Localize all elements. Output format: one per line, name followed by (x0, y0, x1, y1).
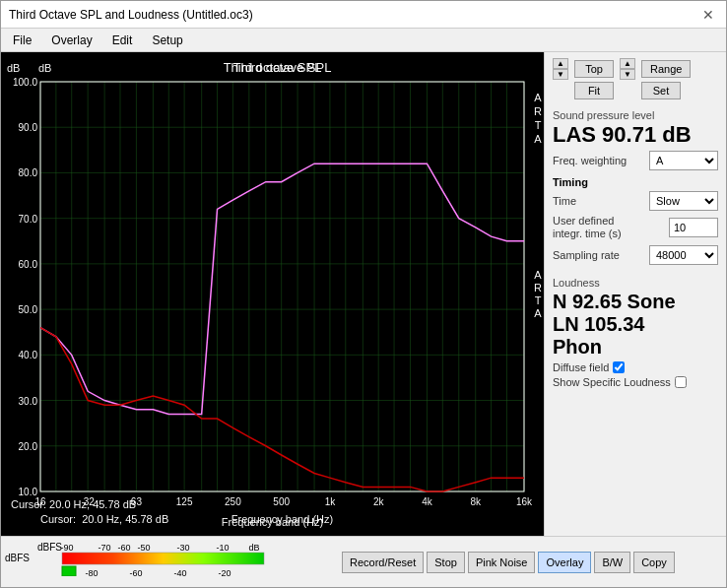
top-spin-down[interactable]: ▼ (553, 69, 568, 80)
stop-button[interactable]: Stop (427, 552, 465, 573)
timing-title: Timing (553, 176, 718, 188)
action-buttons: Record/Reset Stop Pink Noise Overlay B/W… (336, 537, 681, 587)
dbfs-label: dBFS (5, 553, 30, 563)
chart-cursor: Cursor: 20.0 Hz, 45.78 dB (11, 498, 136, 510)
record-reset-button[interactable]: Record/Reset (342, 552, 424, 573)
loudness-section: Loudness N 92.65 Sone LN 105.34 Phon Dif… (553, 273, 718, 388)
sampling-rate-label: Sampling rate (553, 249, 620, 261)
menu-setup[interactable]: Setup (144, 32, 190, 49)
title-bar: Third Octave SPL and Loudness (Untitled.… (1, 1, 726, 29)
menu-bar: File Overlay Edit Setup (1, 29, 726, 52)
meter-canvas (37, 539, 323, 576)
menu-edit[interactable]: Edit (104, 32, 141, 49)
timing-section: Timing Time Slow Fast Impulse User defin… (553, 176, 718, 268)
pink-noise-button[interactable]: Pink Noise (468, 552, 536, 573)
freq-label: Frequency band (Hz) (222, 516, 323, 528)
range-spin-down[interactable]: ▼ (620, 69, 635, 80)
dbfs-section: dBFS (1, 537, 336, 587)
freq-weighting-row: Freq. weighting A B C Z (553, 151, 718, 170)
show-specific-row: Show Specific Loudness (553, 376, 718, 388)
time-select[interactable]: Slow Fast Impulse (649, 191, 718, 211)
loudness-value-1: N 92.65 Sone (553, 291, 718, 313)
sampling-rate-select[interactable]: 48000 44100 96000 (649, 245, 718, 265)
show-specific-label: Show Specific Loudness (553, 376, 671, 388)
overlay-button[interactable]: Overlay (538, 552, 591, 573)
loudness-title: Loudness (553, 277, 718, 289)
diffuse-field-row: Diffuse field (553, 361, 718, 373)
copy-button[interactable]: Copy (633, 552, 675, 573)
spl-section-label: Sound pressure level (553, 109, 718, 121)
chart-area: dB Third octave SPL ARTA Cursor: 20.0 Hz… (1, 52, 544, 536)
loudness-value-3: Phon (553, 336, 718, 359)
close-button[interactable]: ✕ (698, 5, 718, 25)
freq-weighting-label: Freq. weighting (553, 155, 627, 166)
top-button[interactable]: Top (574, 60, 614, 78)
top-controls: ▲ ▼ Top ▲ ▼ Range (553, 58, 718, 80)
top-spin-up[interactable]: ▲ (553, 58, 568, 69)
menu-file[interactable]: File (5, 32, 39, 49)
range-spin: ▲ ▼ (620, 58, 635, 80)
spl-value: LAS 90.71 dB (553, 123, 718, 147)
chart-ylabel: dB (7, 62, 20, 74)
fit-controls: Fit Set (553, 82, 718, 99)
dbfs-label-row: dBFS (5, 539, 332, 576)
user-defined-label: User defined integr. time (s) (553, 215, 641, 240)
diffuse-field-checkbox[interactable] (613, 361, 625, 373)
user-defined-row: User defined integr. time (s) (553, 215, 718, 240)
fit-button[interactable]: Fit (574, 82, 614, 99)
main-content: dB Third octave SPL ARTA Cursor: 20.0 Hz… (1, 52, 726, 536)
main-window: Third Octave SPL and Loudness (Untitled.… (0, 0, 727, 588)
right-panel: ▲ ▼ Top ▲ ▼ Range Fit Set Sound pressure… (544, 52, 726, 536)
show-specific-checkbox[interactable] (675, 376, 687, 388)
range-spin-up[interactable]: ▲ (620, 58, 635, 69)
time-label: Time (553, 195, 576, 207)
bw-button[interactable]: B/W (594, 552, 630, 573)
sampling-rate-row: Sampling rate 48000 44100 96000 (553, 245, 718, 265)
chart-container: dB Third octave SPL ARTA Cursor: 20.0 Hz… (1, 52, 544, 536)
window-title: Third Octave SPL and Loudness (Untitled.… (9, 8, 253, 22)
top-spin: ▲ ▼ (553, 58, 568, 80)
loudness-value-2: LN 105.34 (553, 313, 718, 336)
menu-overlay[interactable]: Overlay (43, 32, 99, 49)
user-defined-input[interactable] (669, 218, 718, 237)
time-row: Time Slow Fast Impulse (553, 191, 718, 211)
diffuse-field-label: Diffuse field (553, 361, 609, 373)
freq-weighting-select[interactable]: A B C Z (649, 151, 718, 170)
set-button[interactable]: Set (641, 82, 681, 99)
bottom-bar: dBFS Record/Reset Stop Pink Noise Overla… (1, 536, 726, 587)
chart-canvas (1, 52, 544, 536)
range-button[interactable]: Range (641, 60, 691, 78)
